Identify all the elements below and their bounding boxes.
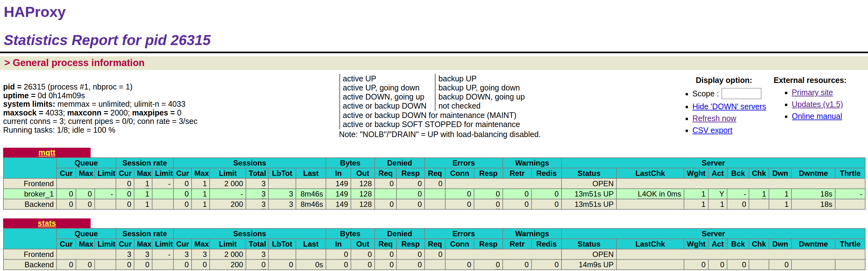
- stat-cell: [617, 249, 865, 260]
- stat-cell: 1: [749, 189, 769, 199]
- link-online-manual[interactable]: Online manual: [792, 112, 842, 120]
- stat-cell: [269, 179, 296, 189]
- scope-input[interactable]: [721, 88, 762, 99]
- link-primary-site[interactable]: Primary site: [792, 88, 833, 97]
- column-header-total: Total: [246, 239, 269, 249]
- stat-value-tooltip: 3: [145, 250, 149, 260]
- column-header-limit: Limit: [95, 168, 116, 179]
- display-options-title: Display option:: [674, 76, 774, 85]
- column-header-redis: Redis: [531, 239, 561, 249]
- link-csv-export[interactable]: CSV export: [692, 126, 733, 135]
- column-header-act: Act: [708, 168, 727, 179]
- stat-cell: [425, 189, 445, 199]
- stat-cell: [57, 249, 116, 260]
- column-header-retr: Retr: [503, 239, 531, 249]
- stat-cell: 3: [246, 199, 269, 209]
- list-item: CSV export: [692, 126, 774, 135]
- column-header-dwntme: Dwntme: [792, 168, 835, 179]
- stat-cell: 0: [397, 189, 425, 199]
- list-item: Primary site: [792, 88, 865, 97]
- legend-note: Note: "NOLB"/"DRAIN" = UP with load-bala…: [339, 130, 531, 139]
- stat-cell: 0: [397, 249, 425, 260]
- stat-cell: 0: [503, 199, 531, 209]
- stat-cell: [95, 199, 116, 209]
- stat-cell: 0: [769, 260, 792, 270]
- proxy-name-link-mqtt[interactable]: mqtt: [38, 148, 55, 157]
- column-header-max: Max: [76, 168, 95, 179]
- column-header-cur: Cur: [174, 239, 191, 249]
- stat-cell: -: [835, 189, 865, 199]
- proxy-name-link-stats[interactable]: stats: [38, 219, 56, 227]
- legend-label: backup UP, going down: [436, 83, 533, 92]
- process-info-line: current conns = 3; current pipes = 0/0; …: [3, 117, 339, 126]
- stat-cell: 3: [191, 249, 210, 260]
- column-header-max: Max: [191, 168, 210, 179]
- stat-cell: [749, 199, 769, 209]
- table-row-broker-1: broker_100-0101-338m46s1491280000013m51s…: [3, 189, 865, 199]
- group-header-session-rate: Session rate: [116, 158, 174, 168]
- group-header-server: Server: [561, 228, 865, 239]
- column-header-cur: Cur: [57, 168, 76, 179]
- stat-cell: OPEN: [561, 249, 617, 260]
- column-header-status: Status: [561, 168, 617, 179]
- stat-cell: 0: [326, 249, 351, 260]
- stat-cell: 0: [116, 260, 134, 270]
- column-header-limit: Limit: [210, 239, 246, 249]
- legend-label: backup DOWN, going up: [436, 92, 533, 101]
- stat-cell: 0: [134, 260, 152, 270]
- stat-cell: 8m46s: [296, 189, 326, 199]
- group-header-bytes: Bytes: [326, 228, 375, 239]
- external-resources: External resources: Primary siteUpdates …: [774, 72, 865, 124]
- stat-cell: 0: [191, 260, 210, 270]
- stats-table-mqtt: QueueSession rateSessionsBytesDeniedErro…: [3, 157, 866, 210]
- column-header-lbtot: LbTot: [269, 168, 296, 179]
- stat-cell: 0: [375, 260, 397, 270]
- status-legend: active UPbackup UPactive UP, going downb…: [339, 72, 531, 139]
- stat-cell: 0: [397, 260, 425, 270]
- stat-cell: 0: [116, 179, 134, 189]
- group-header-sessions: Sessions: [174, 228, 326, 239]
- stat-cell: 18s: [792, 199, 835, 209]
- stat-cell: [792, 260, 835, 270]
- stat-cell: 0: [351, 249, 375, 260]
- stat-cell: 0: [727, 199, 749, 209]
- process-info-line: system limits: memmax = unlimited; ulimi…: [3, 100, 339, 109]
- column-header-cur: Cur: [174, 168, 191, 179]
- stat-cell: 0: [425, 179, 445, 189]
- stat-cell: 0: [375, 179, 397, 189]
- column-header-resp: Resp: [397, 239, 425, 249]
- column-header-in: In: [326, 239, 351, 249]
- column-header-max: Max: [76, 239, 95, 249]
- column-header-act: Act: [708, 239, 727, 249]
- stat-value-tooltip: 0: [496, 260, 500, 270]
- stat-cell: [425, 260, 445, 270]
- column-header-out: Out: [351, 239, 375, 249]
- row-label: broker_1: [3, 189, 57, 199]
- link-updates-v1-5[interactable]: Updates (v1.5): [792, 100, 843, 109]
- list-item: Refresh now: [692, 114, 774, 123]
- app-title: HAProxy: [4, 3, 868, 20]
- column-header-req: Req: [375, 239, 397, 249]
- stat-cell: 0: [397, 179, 425, 189]
- stat-cell: 0: [445, 260, 474, 270]
- legend-label: active or backup SOFT STOPPED for mainte…: [340, 120, 533, 129]
- column-header-dwn: Dwn: [769, 239, 792, 249]
- column-header-redis: Redis: [531, 168, 561, 179]
- column-header-limit: Limit: [152, 239, 174, 249]
- process-info: pid = 26315 (process #1, nbproc = 1)upti…: [3, 72, 339, 134]
- link-hide-down-servers[interactable]: Hide 'DOWN' servers: [692, 102, 766, 111]
- proxy-title-bar: mqtt: [3, 148, 91, 157]
- column-header-lastchk: LastChk: [617, 168, 684, 179]
- stat-cell: 0: [375, 249, 397, 260]
- stat-value-tooltip: L4OK in 0ms: [638, 190, 681, 199]
- stat-cell: 1: [684, 199, 708, 209]
- stat-cell: 0: [708, 260, 727, 270]
- stat-cell: -: [727, 189, 749, 199]
- column-header-dwntme: Dwntme: [792, 239, 835, 249]
- column-header-limit: Limit: [152, 168, 174, 179]
- group-header-server: Server: [561, 158, 865, 168]
- stat-cell: 3: [269, 199, 296, 209]
- link-refresh-now[interactable]: Refresh now: [692, 114, 736, 123]
- table-row-frontend: Frontend33-332 000300000OPEN: [3, 249, 865, 260]
- stat-cell: 3: [134, 249, 152, 260]
